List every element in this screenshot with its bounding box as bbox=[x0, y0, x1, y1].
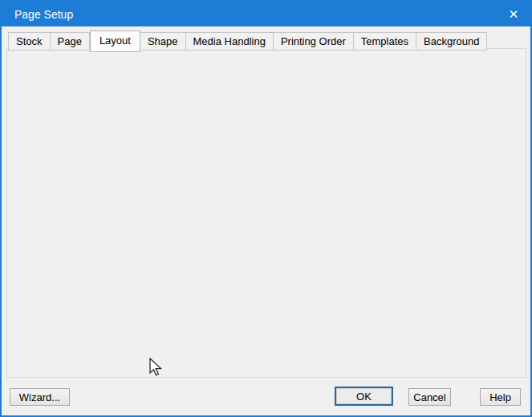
help-button[interactable]: Help bbox=[480, 388, 521, 406]
tab-templates[interactable]: Templates bbox=[354, 32, 416, 51]
tab-page[interactable]: Page bbox=[51, 32, 90, 51]
tab-printing-order[interactable]: Printing Order bbox=[274, 32, 354, 51]
close-icon: ✕ bbox=[509, 7, 519, 22]
tab-shape[interactable]: Shape bbox=[140, 32, 186, 51]
cancel-button[interactable]: Cancel bbox=[408, 388, 451, 406]
page-setup-dialog: Page Setup ✕ Stock Page Layout Shape Med… bbox=[0, 0, 532, 417]
layout-tab-page bbox=[6, 48, 526, 378]
dialog-title: Page Setup bbox=[14, 8, 73, 21]
tab-stock[interactable]: Stock bbox=[8, 32, 51, 51]
close-button[interactable]: ✕ bbox=[500, 2, 527, 26]
ok-button[interactable]: OK bbox=[335, 387, 393, 406]
tab-background[interactable]: Background bbox=[416, 32, 487, 51]
tab-layout[interactable]: Layout bbox=[90, 30, 140, 52]
titlebar[interactable]: Page Setup bbox=[2, 2, 530, 26]
wizard-button[interactable]: Wizard... bbox=[10, 388, 70, 406]
mouse-cursor bbox=[148, 358, 164, 379]
tab-strip: Stock Page Layout Shape Media Handling P… bbox=[8, 30, 487, 51]
tab-media-handling[interactable]: Media Handling bbox=[186, 32, 274, 51]
